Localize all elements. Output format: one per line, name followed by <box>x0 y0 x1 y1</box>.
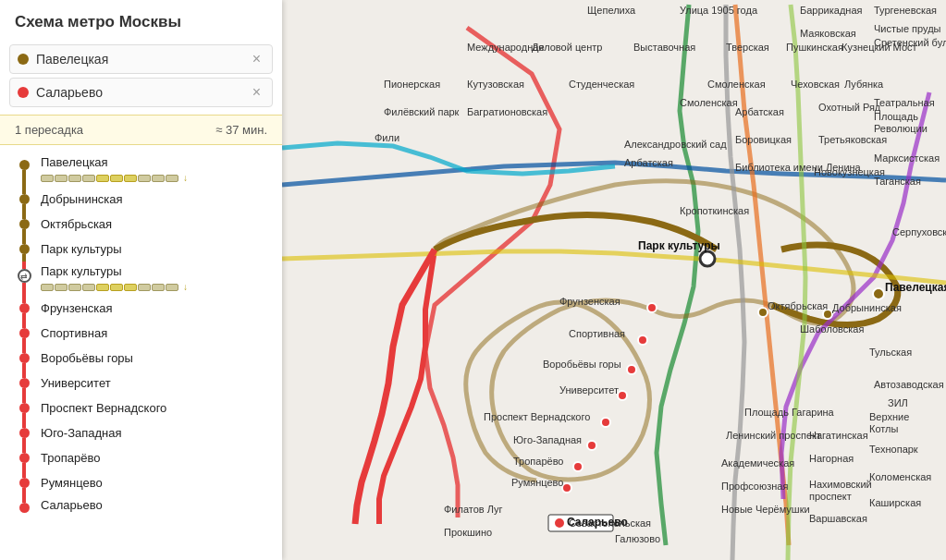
station-dot <box>19 428 30 438</box>
station-name: Парк культуры <box>33 239 282 260</box>
segment-line-col: ⇄ <box>15 262 33 296</box>
list-item: Румянцево <box>15 470 282 495</box>
svg-text:Галюзово: Галюзово <box>615 533 660 544</box>
svg-text:Котлы: Котлы <box>869 423 898 434</box>
segment-bottom-line <box>22 463 26 470</box>
segment-top-line <box>22 346 26 353</box>
svg-text:Тургеневская: Тургеневская <box>874 5 937 16</box>
station-name: Павелецкая <box>33 152 282 173</box>
svg-text:ЗИЛ: ЗИЛ <box>888 397 908 408</box>
svg-text:Добрынинская: Добрынинская <box>832 302 902 313</box>
svg-point-17 <box>601 418 610 427</box>
svg-text:Проспект Вернадского: Проспект Вернадского <box>484 411 590 422</box>
to-station-label: Саларьево <box>36 85 249 100</box>
segment-bottom-line <box>22 204 26 212</box>
segment-line-col <box>15 187 33 212</box>
segment-bottom-line <box>22 229 26 237</box>
svg-text:Таганская: Таганская <box>874 176 921 187</box>
segment-top-line <box>22 296 26 303</box>
segment-top-line <box>22 187 26 194</box>
svg-text:Пушкинская: Пушкинская <box>786 42 843 53</box>
svg-text:проспект: проспект <box>809 491 852 502</box>
svg-text:Коломенская: Коломенская <box>869 471 931 482</box>
segment-top-line <box>22 212 26 219</box>
to-station-input[interactable]: Саларьево × <box>9 78 273 107</box>
list-item: ⇄Парк культуры↓ <box>15 262 282 296</box>
station-name: Университет <box>33 373 282 394</box>
train-car <box>68 284 81 291</box>
station-name: Спортивная <box>33 323 282 344</box>
svg-text:Деловой центр: Деловой центр <box>532 42 602 53</box>
station-dot <box>19 303 30 313</box>
svg-text:Кропоткинская: Кропоткинская <box>680 205 749 216</box>
from-dot <box>18 54 29 65</box>
svg-text:Новые Черёмушки: Новые Черёмушки <box>721 504 810 515</box>
station-dot <box>19 453 30 463</box>
train-car <box>124 284 137 291</box>
segment-line-col <box>15 445 33 470</box>
svg-text:Смоленская: Смоленская <box>680 97 738 108</box>
panel-title: Схема метро Москвы <box>0 0 282 41</box>
train-car <box>55 175 68 182</box>
svg-text:Нагорная: Нагорная <box>809 453 854 464</box>
svg-text:Студенческая: Студенческая <box>569 79 634 90</box>
segment-line-col <box>15 371 33 396</box>
from-clear-button[interactable]: × <box>249 51 264 67</box>
svg-text:Верхние: Верхние <box>869 411 909 422</box>
time-label: ≈ 37 мин. <box>215 123 267 137</box>
from-station-input[interactable]: Павелецкая × <box>9 44 273 74</box>
segment-top-line <box>22 237 26 244</box>
svg-text:Боровицкая: Боровицкая <box>735 134 792 145</box>
segment-top-line <box>22 470 26 478</box>
svg-text:Революции: Революции <box>874 123 928 134</box>
train-car <box>110 175 123 182</box>
to-clear-button[interactable]: × <box>249 84 264 101</box>
svg-text:Щепелиха: Щепелиха <box>587 5 636 16</box>
map-canvas: Павелецкая Добрынинская Октябрьская Парк… <box>282 0 946 560</box>
svg-text:Площадь: Площадь <box>874 111 918 122</box>
svg-text:Филатов Луг: Филатов Луг <box>444 504 503 515</box>
transfer-dot: ⇄ <box>18 269 31 283</box>
svg-point-5 <box>758 308 768 317</box>
train-car <box>82 284 95 291</box>
list-item: Проспект Вернадского <box>15 396 282 420</box>
svg-text:Тропарёво: Тропарёво <box>513 456 563 467</box>
station-dot <box>19 219 30 229</box>
svg-text:Фрунзенская: Фрунзенская <box>559 296 620 307</box>
train-car <box>138 175 151 182</box>
train-car <box>96 175 109 182</box>
train-car <box>166 175 178 182</box>
svg-text:Тверская: Тверская <box>726 42 769 53</box>
station-name: Добрынинская <box>33 189 282 210</box>
svg-text:Третьяковская: Третьяковская <box>818 134 887 145</box>
svg-text:Площадь Гагарина: Площадь Гагарина <box>744 407 835 418</box>
train-car <box>110 284 123 291</box>
svg-text:Арбатская: Арбатская <box>735 106 784 117</box>
segment-line-col <box>15 321 33 346</box>
svg-text:Филёвский парк: Филёвский парк <box>384 106 460 117</box>
svg-point-9 <box>647 303 657 312</box>
segment-top-line <box>22 495 26 503</box>
station-dot <box>19 328 30 338</box>
svg-text:Марксистская: Марксистская <box>874 152 940 164</box>
svg-text:Румянцево: Румянцево <box>511 477 563 488</box>
left-panel: Схема метро Москвы Павелецкая × Саларьев… <box>0 0 282 560</box>
metro-map-svg: Павелецкая Добрынинская Октябрьская Парк… <box>282 0 946 560</box>
train-car <box>55 284 68 291</box>
segment-bottom-line <box>22 313 26 321</box>
svg-text:Каширская: Каширская <box>869 497 921 508</box>
train-car <box>152 175 165 182</box>
list-item: Октябрьская <box>15 212 282 237</box>
segment-line-col <box>15 495 33 516</box>
station-name: Юго-Западная <box>33 423 282 444</box>
list-item: Павелецкая↓ <box>15 152 282 187</box>
svg-text:Прокшино: Прокшино <box>444 527 492 538</box>
segment-top-line <box>22 445 26 453</box>
station-name: Фрунзенская <box>33 298 282 319</box>
svg-text:Фили: Фили <box>375 132 399 143</box>
svg-text:Парк культуры: Парк культуры <box>638 239 720 252</box>
train-car <box>41 175 54 182</box>
segment-bottom-line <box>22 338 26 346</box>
svg-text:Технопарк: Технопарк <box>869 444 918 455</box>
transfers-label: 1 пересадка <box>15 123 83 137</box>
